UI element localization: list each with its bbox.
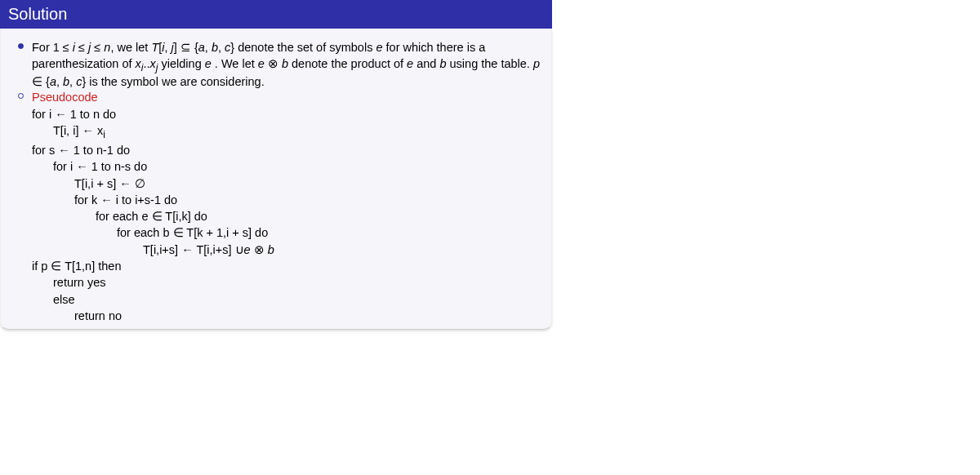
- pseudocode-line: T[i,i+s] ← T[i,i+s] ∪e ⊗ b: [32, 242, 543, 258]
- bullet-item: For 1 ≤ i ≤ j ≤ n, we let T[i, j] ⊆ {a, …: [9, 40, 543, 90]
- bullet-dot-icon: [9, 90, 32, 106]
- bullet-item: Pseudocode: [9, 90, 543, 106]
- slide-body: For 1 ≤ i ≤ j ≤ n, we let T[i, j] ⊆ {a, …: [0, 29, 552, 330]
- pseudocode-line: if p ∈ T[1,n] then: [32, 258, 543, 274]
- bullet-text: For 1 ≤ i ≤ j ≤ n, we let T[i, j] ⊆ {a, …: [32, 40, 543, 90]
- pseudocode-line: for each b ∈ T[k + 1,i + s] do: [32, 224, 543, 241]
- pseudocode-block: for i ← 1 to n doT[i, i] ← xifor s ← 1 t…: [32, 106, 543, 324]
- pseudocode-line: T[i, i] ← xi: [32, 122, 543, 142]
- bullet-list: For 1 ≤ i ≤ j ≤ n, we let T[i, j] ⊆ {a, …: [9, 40, 543, 106]
- pseudocode-line: else: [32, 291, 543, 308]
- pseudocode-line: return no: [32, 308, 543, 324]
- bullet-dot-icon: [9, 40, 32, 90]
- bullet-text: Pseudocode: [32, 90, 543, 106]
- pseudocode-line: T[i,i + s] ← ∅: [32, 175, 543, 192]
- slide-title: Solution: [0, 0, 552, 29]
- slide: Solution For 1 ≤ i ≤ j ≤ n, we let T[i, …: [0, 0, 552, 330]
- pseudocode-line: for each e ∈ T[i,k] do: [32, 208, 543, 224]
- pseudocode-line: for s ← 1 to n-1 do: [32, 142, 543, 158]
- pseudocode-line: return yes: [32, 274, 543, 291]
- pseudocode-line: for i ← 1 to n do: [32, 106, 543, 122]
- pseudocode-line: for i ← 1 to n-s do: [32, 158, 543, 175]
- pseudocode-line: for k ← i to i+s-1 do: [32, 192, 543, 208]
